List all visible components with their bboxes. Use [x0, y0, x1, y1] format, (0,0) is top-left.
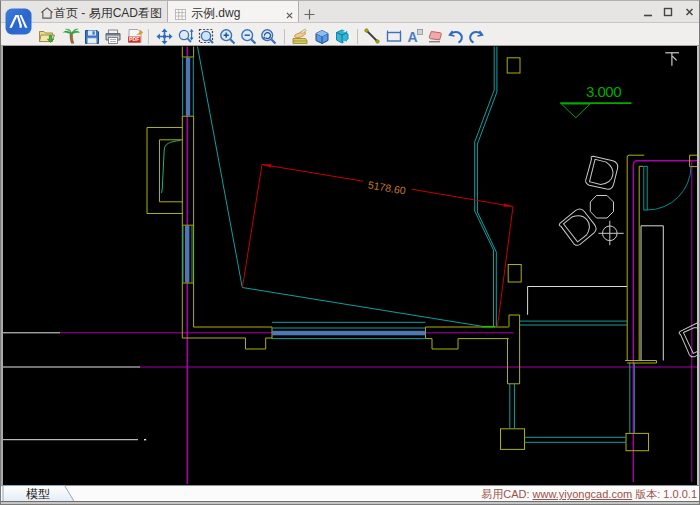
svg-text:PDF: PDF	[129, 36, 139, 42]
svg-text:A: A	[407, 29, 417, 45]
